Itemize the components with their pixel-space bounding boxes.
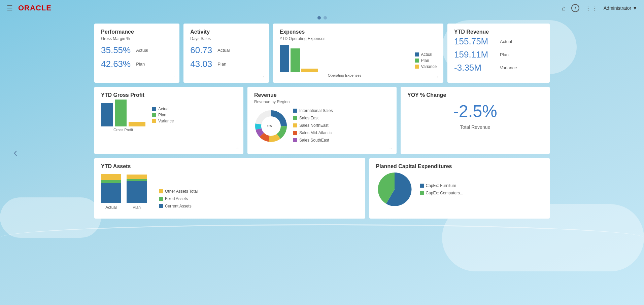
assets-legend-current: Current Assets: [159, 204, 198, 208]
gross-profit-inner: Gross Profit Actual Plan Variance: [101, 100, 237, 132]
page-dots: [0, 16, 644, 20]
ytd-actual-label: Actual: [500, 39, 512, 44]
rev-dot-midatlantic: [293, 131, 297, 135]
legend-label-actual: Actual: [421, 52, 432, 57]
plan-label: Plan: [136, 62, 145, 67]
gp-legend-dot-plan: [152, 113, 156, 117]
assets-legend-fixed: Fixed Assets: [159, 196, 198, 201]
gp-legend-label-actual: Actual: [158, 107, 169, 111]
assets-plan-label: Plan: [133, 205, 141, 210]
legend-label-plan: Plan: [421, 58, 429, 63]
expenses-arrow[interactable]: →: [435, 74, 439, 79]
home-icon[interactable]: ⌂: [562, 4, 566, 12]
yoy-value: -2.5%: [407, 102, 543, 121]
assets-mid-actual: [101, 180, 121, 183]
dot-2[interactable]: [324, 16, 327, 20]
actual-value: 35.55%: [101, 45, 131, 55]
gp-bar-plan: [115, 100, 127, 126]
nav-prev[interactable]: ‹: [13, 146, 18, 160]
capex-label-furniture: CapEx: Furniture: [426, 183, 456, 188]
card-arrow[interactable]: →: [171, 74, 175, 79]
revenue-legend: International Sales Sales East Sales Nor…: [293, 108, 333, 144]
gp-legend-actual: Actual: [152, 107, 174, 111]
gross-profit-title: YTD Gross Profit: [101, 92, 237, 98]
assets-inner: Actual Plan Other Assets Total: [101, 171, 359, 210]
header: ☰ ORACLE ⌂ i ⋮⋮ Administrator ▼: [0, 0, 644, 16]
revenue-arrow[interactable]: →: [388, 145, 393, 151]
rev-legend-midatlantic: Sales Mid-Atlantic: [293, 130, 333, 135]
plan-row: 42.63% Plan: [101, 59, 173, 69]
assets-label-current: Current Assets: [165, 204, 192, 208]
capex-pie: [376, 171, 413, 209]
yoy-subtitle: Total Revenue: [407, 124, 543, 130]
ytd-revenue-title: YTD Revenue: [454, 29, 543, 35]
assets-plan-bar: [127, 175, 147, 203]
legend-plan: Plan: [415, 58, 437, 63]
rev-legend-southeast: Sales SouthEast: [293, 138, 333, 143]
assets-bottom-actual: [101, 183, 121, 203]
apps-icon[interactable]: ⋮⋮: [585, 4, 598, 12]
ytd-plan-label: Plan: [500, 52, 509, 57]
expenses-chart: Operating Expenses: [280, 45, 410, 77]
rev-dot-east: [293, 116, 297, 120]
assets-actual-group: Actual: [101, 174, 121, 210]
ytd-variance-row: -3.35M Variance: [454, 63, 543, 73]
revenue-inner: 155.... International Sales Sales East S…: [254, 108, 390, 144]
ytd-revenue-card: YTD Revenue 155.75M Actual 159.11M Plan …: [447, 24, 550, 83]
gp-legend-plan: Plan: [152, 113, 174, 117]
expenses-chart-label: Operating Expenses: [280, 73, 410, 77]
rev-legend-intl: International Sales: [293, 108, 333, 113]
bar-actual: [280, 45, 289, 72]
rev-legend-east: Sales East: [293, 116, 333, 120]
user-menu[interactable]: Administrator ▼: [604, 5, 637, 11]
legend-dot-actual: [415, 52, 419, 56]
assets-actual-bar: [101, 174, 121, 203]
assets-legend: Other Assets Total Fixed Assets Current …: [159, 189, 198, 210]
ytd-plan-row: 159.11M Plan: [454, 49, 543, 60]
activity-title: Activity: [190, 29, 262, 35]
gp-arrow[interactable]: →: [235, 145, 239, 151]
expenses-bars: [280, 45, 410, 72]
expenses-legend: Actual Plan Variance: [415, 52, 437, 70]
performance-title: Performance: [101, 29, 173, 35]
dot-1[interactable]: [317, 16, 321, 20]
expenses-inner: Operating Expenses Actual Plan Variance: [280, 45, 437, 77]
help-icon[interactable]: i: [571, 4, 579, 12]
expenses-card: Expenses YTD Operating Expenses Operatin…: [273, 24, 444, 83]
bar-plan: [291, 48, 300, 72]
ytd-revenue-values: 155.75M Actual 159.11M Plan -3.35M Varia…: [454, 36, 543, 73]
gp-legend: Actual Plan Variance: [152, 107, 174, 125]
assets-label-other: Other Assets Total: [165, 189, 198, 194]
activity-actual-label: Actual: [217, 48, 230, 53]
activity-actual-value: 60.73: [190, 45, 212, 55]
activity-plan-label: Plan: [217, 62, 226, 67]
capex-inner: CapEx: Furniture CapEx: Computers...: [376, 171, 543, 209]
capex-label-computers: CapEx: Computers...: [426, 191, 463, 195]
menu-icon[interactable]: ☰: [7, 4, 13, 12]
rev-label-southeast: Sales SouthEast: [299, 138, 329, 143]
bar-variance: [301, 69, 318, 72]
ytd-variance-label: Variance: [500, 65, 517, 70]
assets-plan-group: Plan: [127, 175, 147, 210]
activity-arrow[interactable]: →: [260, 74, 265, 79]
revenue-subtitle: Revenue by Region: [254, 100, 390, 104]
assets-top-plan: [127, 175, 147, 179]
assets-title: YTD Assets: [101, 163, 359, 169]
ytd-actual-value: 155.75M: [454, 36, 495, 47]
row-2: YTD Gross Profit Gross Profit A: [94, 87, 550, 154]
expenses-title: Expenses: [280, 29, 437, 35]
oracle-logo: ORACLE: [18, 4, 52, 12]
actual-row: 35.55% Actual: [101, 45, 173, 55]
ytd-variance-value: -3.35M: [454, 63, 495, 73]
revenue-title: Revenue: [254, 92, 390, 98]
row-3: YTD Assets Actual: [94, 158, 550, 219]
rev-label-intl: International Sales: [299, 108, 333, 113]
capex-dot-computers: [420, 191, 424, 195]
gp-bars: [101, 100, 145, 126]
revenue-donut: 155....: [254, 109, 288, 143]
plan-value: 42.63%: [101, 59, 131, 69]
activity-actual-row: 60.73 Actual: [190, 45, 262, 55]
gp-bar-actual: [101, 103, 113, 126]
legend-dot-variance: [415, 65, 419, 69]
assets-label-fixed: Fixed Assets: [165, 196, 188, 201]
